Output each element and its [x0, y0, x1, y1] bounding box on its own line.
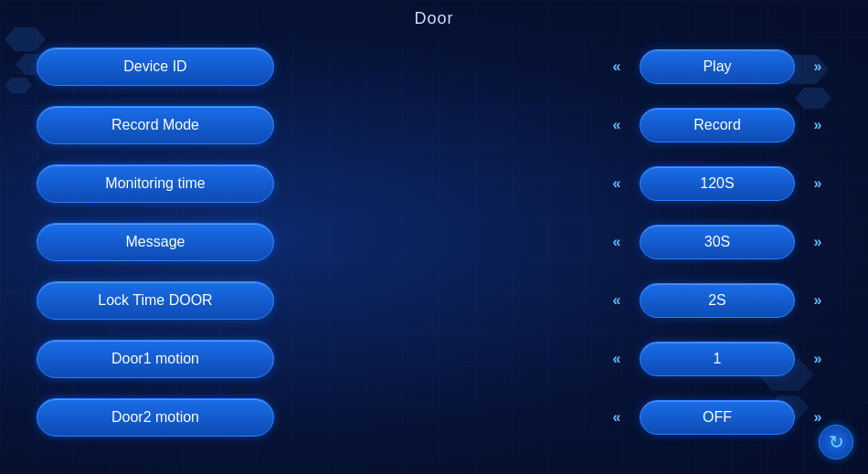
value-door2-motion[interactable]: OFF: [640, 400, 795, 435]
value-door1-motion[interactable]: 1: [640, 342, 795, 376]
next-monitoring-time[interactable]: »: [804, 175, 831, 192]
prev-door2-motion[interactable]: «: [603, 409, 630, 426]
refresh-button[interactable]: ↻: [819, 425, 853, 459]
next-lock-time-door[interactable]: »: [804, 292, 831, 309]
label-device-id: Device ID: [37, 47, 274, 86]
label-door1-motion: Door1 motion: [37, 340, 274, 378]
value-monitoring-time[interactable]: 120S: [640, 166, 795, 201]
row-lock-time-door: Lock Time DOOR « 2S »: [37, 271, 831, 330]
row-device-id: Device ID « Play »: [37, 37, 831, 96]
row-door1-motion: Door1 motion « 1 »: [37, 330, 831, 388]
row-record-mode: Record Mode « Record »: [37, 96, 831, 154]
next-device-id[interactable]: »: [804, 58, 831, 75]
prev-monitoring-time[interactable]: «: [603, 175, 630, 192]
row-message: Message « 30S »: [37, 213, 831, 271]
prev-lock-time-door[interactable]: «: [603, 292, 630, 309]
next-door1-motion[interactable]: »: [804, 351, 831, 367]
label-door2-motion: Door2 motion: [37, 398, 274, 437]
label-record-mode: Record Mode: [37, 106, 274, 144]
value-message[interactable]: 30S: [640, 225, 795, 259]
row-monitoring-time: Monitoring time « 120S »: [37, 154, 831, 213]
prev-record-mode[interactable]: «: [603, 117, 630, 133]
label-message: Message: [37, 223, 274, 261]
refresh-icon: ↻: [829, 431, 844, 453]
value-lock-time-door[interactable]: 2S: [640, 283, 795, 318]
next-door2-motion[interactable]: »: [804, 409, 831, 426]
prev-door1-motion[interactable]: «: [603, 351, 630, 367]
row-door2-motion: Door2 motion « OFF »: [37, 388, 831, 447]
prev-device-id[interactable]: «: [603, 58, 630, 75]
page-title: Door: [414, 9, 453, 27]
label-monitoring-time: Monitoring time: [37, 164, 274, 203]
label-lock-time-door: Lock Time DOOR: [37, 281, 274, 320]
value-device-id[interactable]: Play: [640, 49, 795, 84]
title-bar: Door: [0, 0, 868, 34]
prev-message[interactable]: «: [603, 234, 630, 250]
value-record-mode[interactable]: Record: [640, 108, 795, 142]
next-message[interactable]: »: [804, 234, 831, 250]
next-record-mode[interactable]: »: [804, 117, 831, 133]
